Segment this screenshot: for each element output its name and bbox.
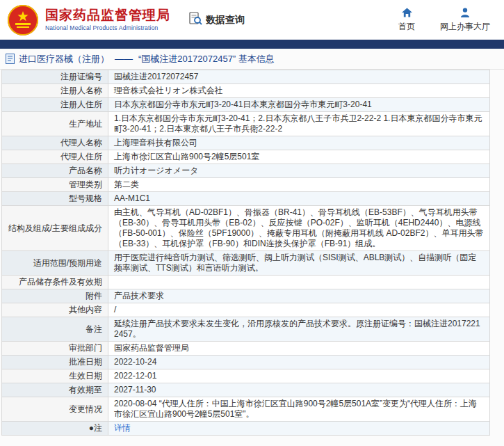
row-label: 生效日期: [2, 369, 108, 383]
row-label: 代理人住所: [2, 150, 108, 164]
row-label: 代理人名称: [2, 136, 108, 150]
detail-link[interactable]: 详情: [108, 422, 490, 436]
row-value: 国械注进20172072457: [108, 70, 490, 84]
row-label: 注册人名称: [2, 84, 108, 98]
table-row: 备注 延续注册产品技术要求未发生变化，沿用原核发的产品技术要求。原注册证编号：国…: [2, 317, 490, 342]
row-value: 用于医院进行纯音听力测试、筛选测听、阈上听力测试（SISI测试、ABLB测试）、…: [108, 251, 490, 276]
table-row: 生产地址 1.日本东京都国分寺市东元町3-20-41；2.日本东京都八王子市兵卫…: [2, 112, 490, 136]
table-row: 生效日期 2022-12-01: [2, 369, 490, 383]
table-row: 型号规格 AA-M1C1: [2, 192, 490, 206]
row-label: 生产地址: [2, 112, 108, 136]
row-label: 有效期至: [2, 383, 108, 397]
table-row: 注册人住所 日本东京都国分寺市东元町3-20-41日本東京都国分寺市東元町3-2…: [2, 98, 490, 112]
row-label: 变更情况: [2, 397, 108, 422]
row-value: 上海理音科技有限公司: [108, 136, 490, 150]
agency-title-block: 国家药品监督管理局 National Medical Products Admi…: [45, 8, 170, 31]
row-value: 上海市徐汇区宜山路900号2幢5层501室: [108, 150, 490, 164]
row-label: 批准日期: [2, 356, 108, 369]
table-row: 注册证编号 国械注进20172072457: [2, 70, 490, 84]
row-label: 注册证编号: [2, 70, 108, 84]
top-nav: 首页 网上办事大厅: [398, 8, 494, 33]
row-label: 结构及组成/主要组成成分: [2, 206, 108, 251]
table-row: 产品名称 听力计オージオメータ: [2, 164, 490, 178]
table-row: 有效期至 2027-11-30: [2, 383, 490, 397]
row-value: 由主机、气导耳机（AD-02BF1）、骨振器（BR-41）、骨导耳机线（EB-5…: [108, 206, 490, 251]
header-divider-bar: [0, 40, 504, 49]
row-label: 适用范围/预期用途: [2, 251, 108, 276]
table-row: 代理人名称 上海理音科技有限公司: [2, 136, 490, 150]
row-value: 日本东京都国分寺市东元町3-20-41日本東京都国分寺市東元町3-20-41: [108, 98, 490, 112]
row-value: 产品技术要求: [108, 289, 490, 303]
table-row: 审批部门 国家药品监督管理局: [2, 342, 490, 356]
nav-home[interactable]: 首页: [398, 8, 415, 33]
table-row: 其他内容 /: [2, 303, 490, 317]
row-value: 2022-12-01: [108, 369, 490, 383]
breadcrumb-separator: ——: [115, 54, 133, 64]
row-label: 产品储存条件及有效期: [2, 276, 108, 289]
row-value: 1.日本东京都国分寺市东元町3-20-41；2.日本东京都八王子市兵卫2-22-…: [108, 112, 490, 136]
registration-info-table: 注册证编号 国械注进20172072457 注册人名称 理音株式会社リオン株式会…: [1, 70, 490, 436]
data-query-label: 数据查询: [206, 14, 245, 26]
table-row: 代理人住所 上海市徐汇区宜山路900号2幢5层501室: [2, 150, 490, 164]
table-row: 附件 产品技术要求: [2, 289, 490, 303]
row-value: 听力计オージオメータ: [108, 164, 490, 178]
info-table-body: 注册证编号 国械注进20172072457 注册人名称 理音株式会社リオン株式会…: [2, 70, 490, 436]
row-value: 延续注册产品技术要求未发生变化，沿用原核发的产品技术要求。原注册证编号：国械注进…: [108, 317, 490, 342]
row-label: 注册人住所: [2, 98, 108, 112]
page: 国家药品监督管理局 National Medical Products Admi…: [0, 0, 504, 446]
table-row: 变更情况 2020-08-04 “代理人住所：中国上海市徐汇区宜山路900号2幢…: [2, 397, 490, 422]
row-value: 2020-08-04 “代理人住所：中国上海市徐汇区宜山路900号2幢5层501…: [108, 397, 490, 422]
row-value: 第二类: [108, 178, 490, 192]
document-icon: [6, 54, 15, 64]
agency-name-cn: 国家药品监督管理局: [45, 8, 170, 23]
nav-home-label: 首页: [398, 21, 415, 33]
page-title: “国械注进20172072457” 基本信息: [138, 53, 275, 65]
row-label: 备注: [2, 317, 108, 342]
site-header: 国家药品监督管理局 National Medical Products Admi…: [0, 0, 504, 40]
table-row: 产品储存条件及有效期: [2, 276, 490, 289]
user-icon: [460, 8, 470, 17]
row-value: 2027-11-30: [108, 383, 490, 397]
data-query-icon: [188, 12, 202, 28]
table-row: 适用范围/预期用途 用于医院进行纯音听力测试、筛选测听、阈上听力测试（SISI测…: [2, 251, 490, 276]
data-query-tab[interactable]: 数据查询: [188, 12, 245, 28]
row-value: /: [108, 303, 490, 317]
table-row: 批准日期 2022-10-24: [2, 356, 490, 369]
table-row: 注册人名称 理音株式会社リオン株式会社: [2, 84, 490, 98]
row-value: 理音株式会社リオン株式会社: [108, 84, 490, 98]
row-label: 管理类别: [2, 178, 108, 192]
nav-online-hall[interactable]: 网上办事大厅: [440, 8, 490, 33]
home-icon: [402, 8, 412, 17]
row-value: 2022-10-24: [108, 356, 490, 369]
table-row: ●注 详情: [2, 422, 490, 436]
row-label: 型号规格: [2, 192, 108, 206]
row-label: 审批部门: [2, 342, 108, 356]
row-label: 附件: [2, 289, 108, 303]
row-label: ●注: [2, 422, 108, 436]
row-value: 国家药品监督管理局: [108, 342, 490, 356]
breadcrumb: 进口医疗器械（注册） —— “国械注进20172072457” 基本信息: [0, 49, 504, 70]
row-value: AA-M1C1: [108, 192, 490, 206]
nav-online-hall-label: 网上办事大厅: [440, 21, 490, 33]
row-value: [108, 276, 490, 289]
table-row: 结构及组成/主要组成成分 由主机、气导耳机（AD-02BF1）、骨振器（BR-4…: [2, 206, 490, 251]
nmpa-emblem-logo: [7, 4, 39, 36]
row-label: 其他内容: [2, 303, 108, 317]
agency-name-en: National Medical Products Administration: [45, 25, 170, 31]
breadcrumb-category[interactable]: 进口医疗器械（注册）: [19, 53, 109, 65]
table-row: 管理类别 第二类: [2, 178, 490, 192]
row-label: 产品名称: [2, 164, 108, 178]
